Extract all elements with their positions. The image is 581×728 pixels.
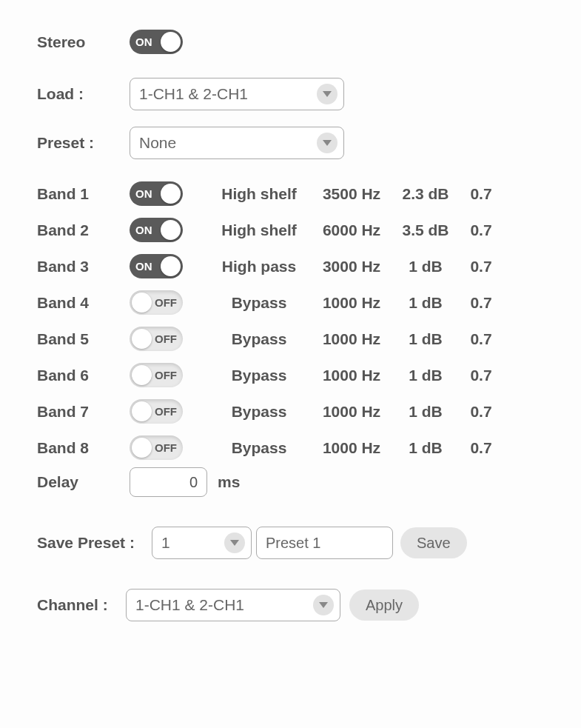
toggle-text: ON (135, 36, 152, 48)
chevron-down-icon (224, 532, 245, 553)
band-freq: 1000 Hz (311, 439, 392, 457)
band-freq: 6000 Hz (311, 221, 392, 239)
band-type: Bypass (207, 330, 311, 348)
channel-select[interactable]: 1-CH1 & 2-CH1 (126, 589, 340, 621)
band-toggle[interactable]: ON (130, 181, 183, 206)
toggle-knob (132, 438, 152, 458)
toggle-knob (132, 365, 152, 385)
band-label: Band 3 (37, 258, 130, 275)
toggle-knob (132, 293, 152, 313)
band-label: Band 5 (37, 330, 130, 348)
band-type: Bypass (207, 367, 311, 384)
delay-label: Delay (37, 473, 130, 491)
band-gain: 1 dB (392, 367, 459, 384)
toggle-knob (161, 220, 181, 240)
band-gain: 1 dB (392, 403, 459, 421)
save-button[interactable]: Save (400, 527, 467, 558)
toggle-text: OFF (155, 296, 177, 309)
band-label: Band 4 (37, 294, 130, 312)
band-q: 0.7 (459, 403, 503, 421)
band-type: Bypass (207, 439, 311, 457)
svg-marker-3 (319, 602, 328, 608)
band-gain: 1 dB (392, 439, 459, 457)
toggle-knob (132, 401, 152, 421)
band-label: Band 2 (37, 221, 130, 239)
band-freq: 1000 Hz (311, 330, 392, 348)
toggle-text: OFF (155, 441, 177, 454)
band-freq: 3500 Hz (311, 185, 392, 203)
band-type: Bypass (207, 294, 311, 312)
toggle-knob (161, 32, 181, 52)
channel-value: 1-CH1 & 2-CH1 (135, 596, 244, 614)
toggle-knob (161, 256, 181, 276)
band-toggle[interactable]: OFF (130, 435, 183, 460)
band-q: 0.7 (459, 330, 503, 348)
band-toggle[interactable]: OFF (130, 290, 183, 315)
svg-marker-1 (323, 140, 332, 146)
band-gain: 1 dB (392, 330, 459, 348)
toggle-text: OFF (155, 333, 177, 345)
stereo-label: Stereo (37, 33, 130, 51)
toggle-knob (161, 184, 181, 204)
preset-label: Preset : (37, 134, 130, 152)
band-toggle[interactable]: OFF (130, 327, 183, 351)
band-toggle[interactable]: OFF (130, 363, 183, 387)
band-freq: 3000 Hz (311, 258, 392, 275)
load-label: Load : (37, 85, 130, 103)
save-preset-label: Save Preset : (37, 534, 152, 552)
load-value: 1-CH1 & 2-CH1 (139, 85, 248, 103)
save-preset-slot-select[interactable]: 1 (152, 527, 252, 559)
toggle-knob (132, 329, 152, 349)
toggle-text: OFF (155, 369, 177, 381)
band-label: Band 7 (37, 403, 130, 421)
band-q: 0.7 (459, 367, 503, 384)
save-preset-slot-value: 1 (161, 534, 170, 552)
band-label: Band 6 (37, 367, 130, 384)
delay-input[interactable] (130, 467, 207, 497)
band-gain: 1 dB (392, 258, 459, 275)
chevron-down-icon (317, 84, 337, 104)
apply-button[interactable]: Apply (349, 590, 419, 621)
band-label: Band 8 (37, 439, 130, 457)
band-gain: 3.5 dB (392, 221, 459, 239)
band-q: 0.7 (459, 294, 503, 312)
chevron-down-icon (317, 133, 337, 153)
preset-select[interactable]: None (130, 127, 344, 159)
svg-marker-2 (230, 540, 239, 546)
band-type: High pass (207, 258, 311, 275)
band-gain: 2.3 dB (392, 185, 459, 203)
stereo-toggle[interactable]: ON (130, 30, 183, 54)
band-q: 0.7 (459, 221, 503, 239)
load-select[interactable]: 1-CH1 & 2-CH1 (130, 78, 344, 110)
svg-marker-0 (323, 91, 332, 97)
band-type: Bypass (207, 403, 311, 421)
preset-value: None (139, 134, 176, 152)
band-toggle[interactable]: ON (130, 218, 183, 242)
band-freq: 1000 Hz (311, 367, 392, 384)
band-freq: 1000 Hz (311, 403, 392, 421)
band-grid: Band 1ONHigh shelf3500 Hz2.3 dB0.7Band 2… (37, 181, 544, 460)
band-gain: 1 dB (392, 294, 459, 312)
band-toggle[interactable]: ON (130, 254, 183, 278)
toggle-text: ON (135, 224, 152, 236)
band-q: 0.7 (459, 185, 503, 203)
band-freq: 1000 Hz (311, 294, 392, 312)
delay-unit: ms (218, 473, 240, 491)
band-label: Band 1 (37, 185, 130, 203)
band-type: High shelf (207, 221, 311, 239)
toggle-text: ON (135, 260, 152, 273)
toggle-text: ON (135, 187, 152, 200)
band-q: 0.7 (459, 439, 503, 457)
chevron-down-icon (313, 595, 334, 615)
toggle-text: OFF (155, 405, 177, 418)
band-type: High shelf (207, 185, 311, 203)
save-preset-name-input[interactable] (256, 527, 393, 559)
channel-label: Channel : (37, 596, 126, 614)
band-q: 0.7 (459, 258, 503, 275)
band-toggle[interactable]: OFF (130, 399, 183, 424)
